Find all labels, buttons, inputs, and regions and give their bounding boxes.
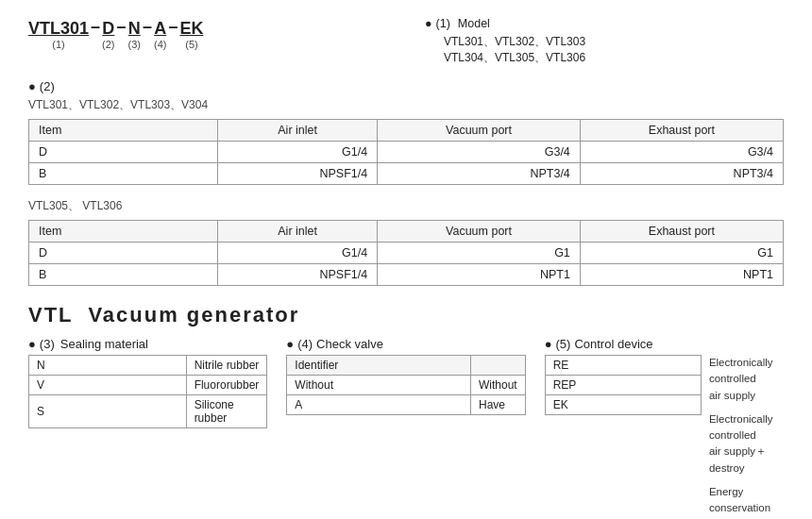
checkvalve-row1-val: Without bbox=[470, 376, 525, 395]
table1-row2-vacuum: NPT3/4 bbox=[378, 163, 581, 185]
table1-row1-vacuum: G3/4 bbox=[378, 142, 581, 163]
table2-header-vacuum: Vacuum port bbox=[378, 221, 581, 243]
model-line-2: VTL304、VTL305、VTL306 bbox=[444, 50, 784, 66]
checkvalve-header-id: Identifier bbox=[287, 356, 471, 376]
table1-row2-exhaust: NPT3/4 bbox=[580, 163, 783, 185]
table-row: V Fluororubber bbox=[29, 376, 267, 395]
table2-header-air: Air inlet bbox=[218, 221, 378, 243]
sealing-row3-id: S bbox=[29, 395, 187, 428]
model-label-2: (2) bbox=[102, 39, 114, 50]
control-row2-val: REP bbox=[545, 376, 701, 395]
bottom-section: ● (3) Sealing material N Nitrile rubber … bbox=[28, 337, 784, 516]
checkvalve-table: Identifier Without Without A Have bbox=[286, 355, 525, 415]
model-part-4: A bbox=[154, 19, 166, 39]
table2-row1-vacuum: G1 bbox=[378, 243, 581, 264]
table1-header-air: Air inlet bbox=[218, 120, 378, 142]
table2-row1-air: G1/4 bbox=[218, 243, 378, 264]
section2-subtitle1: VTL301、VTL302、VTL303、V304 bbox=[28, 97, 784, 113]
table-2: Item Air inlet Vacuum port Exhaust port … bbox=[28, 220, 784, 286]
checkvalve-header-val bbox=[470, 356, 525, 376]
checkvalve-row2-val: Have bbox=[470, 395, 525, 415]
section-3: ● (3) Sealing material N Nitrile rubber … bbox=[28, 337, 267, 516]
dash-2: – bbox=[117, 17, 127, 50]
table1-row1-air: G1/4 bbox=[218, 142, 378, 163]
table2-row2-exhaust: NPT1 bbox=[580, 264, 783, 286]
control-row3-val: EK bbox=[545, 395, 701, 415]
table-row: EK bbox=[545, 395, 701, 415]
model-label-4: (4) bbox=[154, 39, 166, 50]
section-5: ● (5) Control device RE REP EK bbox=[545, 337, 784, 516]
model-part-1: VTL301 bbox=[28, 19, 89, 39]
sealing-table: N Nitrile rubber V Fluororubber S Silico… bbox=[28, 355, 267, 428]
section4-bullet: ● bbox=[286, 337, 294, 351]
table-row: B NPSF1/4 NPT1 NPT1 bbox=[29, 264, 784, 286]
table2-row2-item: B bbox=[29, 264, 218, 286]
table1-row1-item: D bbox=[29, 142, 218, 163]
table-row: N Nitrile rubber bbox=[29, 356, 267, 376]
model-part-5: EK bbox=[179, 19, 203, 39]
table2-row1-item: D bbox=[29, 243, 218, 264]
table2-row2-vacuum: NPT1 bbox=[378, 264, 581, 286]
model-label: Model bbox=[458, 17, 490, 30]
table1-header-vacuum: Vacuum port bbox=[378, 120, 581, 142]
model-number: (1) bbox=[436, 17, 450, 30]
section3-number: (3) bbox=[40, 337, 55, 351]
dash-1: – bbox=[91, 17, 100, 50]
section5-label: Control device bbox=[574, 337, 652, 351]
table1-row1-exhaust: G3/4 bbox=[580, 142, 783, 163]
control-desc-2: Electronically controlledair supply＋dest… bbox=[709, 411, 784, 477]
control-desc-3: Energy conservation bbox=[709, 484, 784, 517]
model-label-3: (3) bbox=[128, 39, 141, 50]
model-bullet: ● bbox=[425, 17, 432, 30]
table2-header-item: Item bbox=[29, 221, 218, 243]
vtl-title: VTL Vacuum generator bbox=[28, 303, 784, 327]
model-part-2: D bbox=[102, 19, 114, 39]
control-desc-1: Electronically controlledair supply bbox=[709, 355, 784, 404]
checkvalve-row1-id: Without bbox=[287, 376, 471, 395]
table-row: RE bbox=[545, 356, 701, 376]
section2-bullet: ● bbox=[28, 79, 36, 93]
sealing-row2-id: V bbox=[29, 376, 187, 395]
table-row: B NPSF1/4 NPT3/4 NPT3/4 bbox=[29, 163, 784, 185]
model-label-5: (5) bbox=[185, 39, 197, 50]
table-row: S Silicone rubber bbox=[29, 395, 267, 428]
dash-3: – bbox=[143, 17, 152, 50]
model-label-1: (1) bbox=[52, 39, 64, 50]
section3-bullet: ● bbox=[28, 337, 36, 351]
section5-number: (5) bbox=[556, 337, 571, 351]
section5-bullet: ● bbox=[545, 337, 552, 351]
sealing-row1-val: Nitrile rubber bbox=[186, 356, 267, 376]
sealing-row1-id: N bbox=[29, 356, 187, 376]
table-row: Without Without bbox=[287, 376, 525, 395]
table-row: D G1/4 G3/4 G3/4 bbox=[29, 142, 784, 163]
table2-header-exhaust: Exhaust port bbox=[580, 221, 783, 243]
table1-header-item: Item bbox=[29, 120, 218, 142]
section2-number: (2) bbox=[40, 79, 55, 93]
checkvalve-row2-id: A bbox=[287, 395, 471, 415]
table-row: D G1/4 G1 G1 bbox=[29, 243, 784, 264]
section-2: ● (2) VTL301、VTL302、VTL303、V304 Item Air… bbox=[28, 79, 784, 286]
model-line-1: VTL301、VTL302、VTL303 bbox=[444, 34, 784, 50]
model-code: VTL301 (1) – D (2) – N (3) – A (4) – EK bbox=[28, 17, 387, 50]
control-table: RE REP EK bbox=[545, 355, 702, 415]
model-part-3: N bbox=[128, 19, 141, 39]
section-4: ● (4) Check valve Identifier Without Wit… bbox=[286, 337, 525, 516]
control-descriptions: Electronically controlledair supply Elec… bbox=[709, 355, 784, 516]
model-info: ● (1) Model VTL301、VTL302、VTL303 VTL304、… bbox=[425, 17, 784, 66]
section4-number: (4) bbox=[297, 337, 313, 351]
table2-row1-exhaust: G1 bbox=[580, 243, 783, 264]
sealing-row3-val: Silicone rubber bbox=[186, 395, 267, 428]
control-row1-val: RE bbox=[545, 356, 701, 376]
table1-row2-air: NPSF1/4 bbox=[218, 163, 378, 185]
table-1: Item Air inlet Vacuum port Exhaust port … bbox=[28, 119, 784, 185]
table1-header-exhaust: Exhaust port bbox=[580, 120, 783, 142]
dash-4: – bbox=[168, 17, 178, 50]
section4-label: Check valve bbox=[316, 337, 383, 351]
table2-row2-air: NPSF1/4 bbox=[218, 264, 378, 286]
sealing-row2-val: Fluororubber bbox=[186, 376, 267, 395]
table-row: REP bbox=[545, 376, 701, 395]
table-row: A Have bbox=[287, 395, 525, 415]
table1-row2-item: B bbox=[29, 163, 218, 185]
section2-subtitle2: VTL305、 VTL306 bbox=[28, 198, 784, 214]
section3-label: Sealing material bbox=[60, 337, 148, 351]
